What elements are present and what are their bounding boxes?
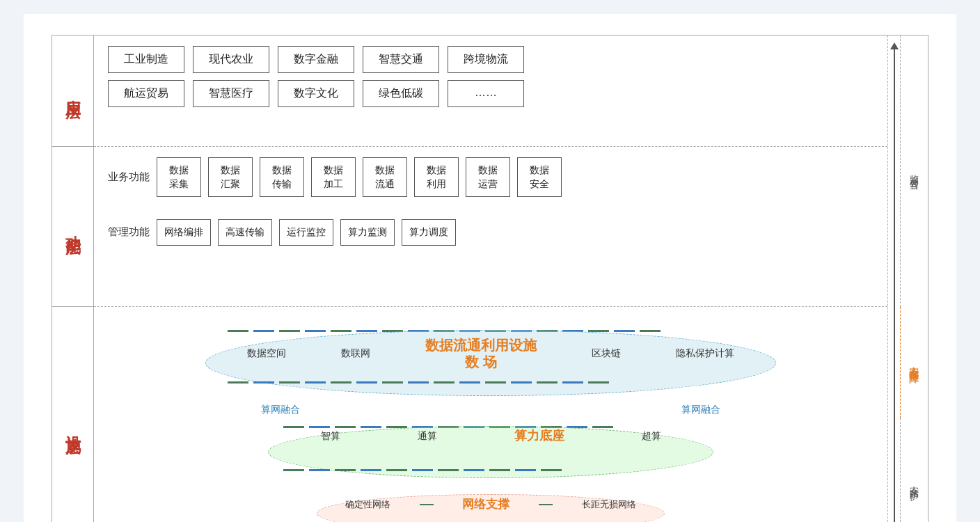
right-labels-area: 监测处置 安全保障 安全防护 — [887, 35, 928, 522]
datafield-data-network: 数联网 — [341, 347, 370, 360]
app-item-shipping: 航运贸易 — [108, 80, 184, 107]
datafield-data-space: 数据空间 — [247, 347, 286, 360]
app-layer-label: 应用层 — [52, 35, 94, 147]
func-business-label: 业务功能 — [108, 171, 150, 184]
func-item-utilize: 数据利用 — [414, 157, 459, 197]
func-item-monitor: 运行监控 — [279, 219, 333, 246]
suanwang-row: 算网融合 算网融合 — [205, 404, 776, 416]
func-management-label: 管理功能 — [108, 226, 150, 239]
compute-center: 算力底座 — [514, 429, 564, 444]
compute-super: 超算 — [642, 430, 661, 443]
layer-labels: 应用层 功能层 设施层 — [52, 35, 94, 522]
arrow-up-icon — [890, 42, 899, 49]
app-row-2: 航运贸易 智慧医疗 数字文化 绿色低碳 …… — [108, 80, 874, 107]
func-item-collect: 数据采集 — [157, 157, 201, 197]
func-business-row: 业务功能 数据采集 数据汇聚 数据传输 数据加工 数据流通 数据利用 数据运营 … — [108, 157, 874, 197]
app-item-logistics: 跨境物流 — [448, 46, 524, 73]
network-center: 网络支撑 — [462, 498, 509, 512]
app-item-more: …… — [448, 80, 524, 107]
suanwang-left: 算网融合 — [261, 404, 300, 416]
func-layer-label: 功能层 — [52, 147, 94, 307]
func-layer: 业务功能 数据采集 数据汇聚 数据传输 数据加工 数据流通 数据利用 数据运营 … — [94, 147, 887, 307]
network-deterministic: 确定性网络 — [345, 498, 390, 511]
ellipses-wrapper: 数据空间 数联网 数据流通利用设施数 场 区块链 隐私保护计算 算网融合 算网融… — [108, 314, 874, 522]
diagram: 应用层 功能层 设施层 工业制造 现代农业 数字金融 智慧交通 跨境物流 航运贸… — [52, 35, 928, 522]
func-item-compute-monitor: 算力监测 — [340, 219, 395, 246]
arrow-line — [894, 49, 895, 522]
func-item-operate: 数据运营 — [466, 157, 510, 197]
content-area: 工业制造 现代农业 数字金融 智慧交通 跨境物流 航运贸易 智慧医疗 数字文化 … — [94, 35, 887, 522]
func-item-network-orchestration: 网络编排 — [157, 219, 211, 246]
func-item-process: 数据加工 — [311, 157, 356, 197]
app-item-lowcarbon: 绿色低碳 — [363, 80, 439, 107]
app-item-agriculture: 现代农业 — [193, 46, 269, 73]
app-item-transport: 智慧交通 — [363, 46, 439, 73]
right-label-monitor: 监测处置 — [900, 35, 928, 307]
suanwang-right: 算网融合 — [681, 404, 720, 416]
right-label-security: 安全保障 — [900, 307, 928, 418]
app-item-culture: 数字文化 — [278, 80, 354, 107]
datafield-privacy: 隐私保护计算 — [676, 347, 734, 360]
func-item-security: 数据安全 — [517, 157, 562, 197]
func-item-compute-schedule: 算力调度 — [402, 219, 456, 246]
network-lossless: 长距无损网络 — [582, 498, 636, 511]
func-item-transmit: 数据传输 — [260, 157, 304, 197]
app-item-finance: 数字金融 — [278, 46, 354, 73]
app-item-industrial: 工业制造 — [108, 46, 184, 73]
infra-layer: 数据空间 数联网 数据流通利用设施数 场 区块链 隐私保护计算 算网融合 算网融… — [94, 307, 887, 522]
app-row-1: 工业制造 现代农业 数字金融 智慧交通 跨境物流 — [108, 46, 874, 73]
compute-smart: 智算 — [321, 430, 340, 443]
compute-general: 通算 — [418, 430, 437, 443]
app-layer: 工业制造 现代农业 数字金融 智慧交通 跨境物流 航运贸易 智慧医疗 数字文化 … — [94, 35, 887, 147]
right-label-protect: 安全防护 — [900, 418, 928, 522]
infra-layer-label: 设施层 — [52, 307, 94, 522]
datafield-center: 数据流通利用设施数 场 — [425, 337, 537, 370]
func-management-row: 管理功能 网络编排 高速传输 运行监控 算力监测 算力调度 — [108, 219, 874, 246]
page-wrapper: 应用层 功能层 设施层 工业制造 现代农业 数字金融 智慧交通 跨境物流 航运贸… — [24, 14, 956, 522]
func-item-high-speed: 高速传输 — [218, 219, 272, 246]
datafield-blockchain: 区块链 — [592, 347, 621, 360]
func-item-circulate: 数据流通 — [363, 157, 407, 197]
app-item-medical: 智慧医疗 — [193, 80, 269, 107]
func-item-aggregate: 数据汇聚 — [208, 157, 253, 197]
